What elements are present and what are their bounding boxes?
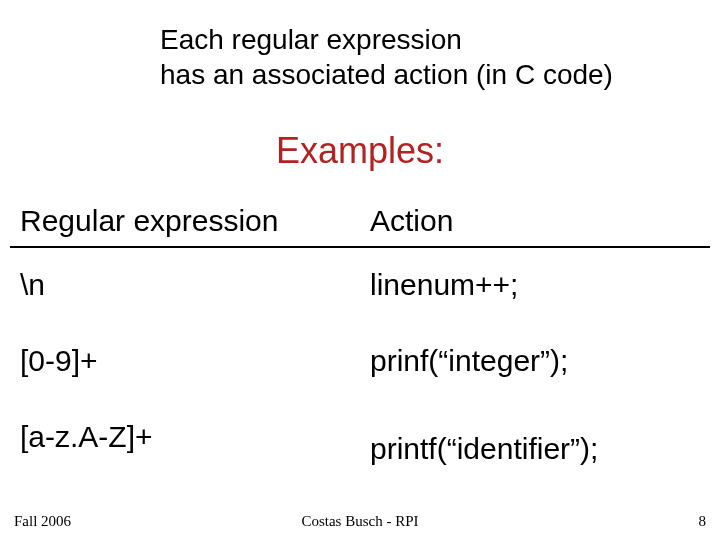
row-2-regex: [0-9]+	[20, 344, 98, 378]
column-header-regex: Regular expression	[20, 204, 278, 238]
slide: Each regular expression has an associate…	[0, 0, 720, 540]
row-2-action: prinf(“integer”);	[370, 344, 568, 378]
row-1-action: linenum++;	[370, 268, 518, 302]
row-3-action: printf(“identifier”);	[370, 432, 598, 466]
intro-line-1: Each regular expression	[160, 22, 613, 57]
table-divider	[10, 246, 710, 248]
row-1-regex: \n	[20, 268, 45, 302]
footer-center: Costas Busch - RPI	[0, 513, 720, 530]
footer-page-number: 8	[699, 513, 707, 530]
examples-heading: Examples:	[0, 130, 720, 172]
intro-text: Each regular expression has an associate…	[160, 22, 613, 92]
intro-line-2: has an associated action (in C code)	[160, 57, 613, 92]
column-header-action: Action	[370, 204, 453, 238]
row-3-regex: [a-z.A-Z]+	[20, 420, 153, 454]
